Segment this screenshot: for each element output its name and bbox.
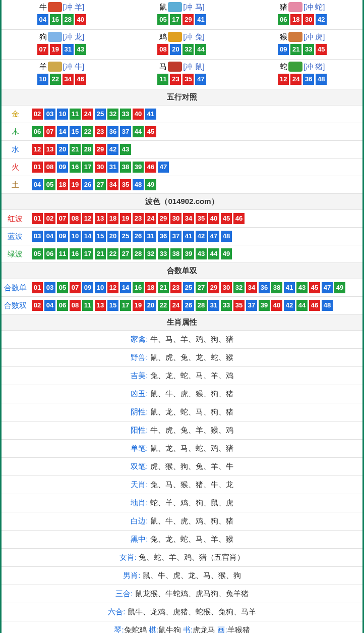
partial-row: 琴:兔蛇鸡 棋:鼠牛狗 书:虎龙马 画:羊猴猪 bbox=[2, 621, 362, 633]
number-ball: 46 bbox=[309, 300, 320, 311]
number-ball: 45 bbox=[316, 44, 327, 55]
attr-label: 双笔: bbox=[131, 462, 148, 470]
zodiac-cell: 羊 [冲 牛] 10223446 bbox=[2, 60, 122, 89]
number-ball: 29 bbox=[208, 282, 219, 293]
number-ball: 44 bbox=[195, 44, 206, 55]
number-ball: 08 bbox=[44, 162, 55, 173]
attr-label: 三合: bbox=[115, 589, 133, 598]
zodiac-conflict: [冲 牛] bbox=[63, 62, 85, 72]
zodiac-conflict: [冲 虎] bbox=[304, 32, 325, 42]
zodiac-conflict: [冲 龙] bbox=[63, 32, 85, 42]
number-ball: 42 bbox=[107, 144, 118, 155]
number-ball: 47 bbox=[208, 231, 219, 242]
zodiac-conflict: [冲 兔] bbox=[183, 32, 205, 42]
number-ball: 16 bbox=[133, 282, 144, 293]
kv-label: 金 bbox=[2, 110, 29, 119]
number-ball: 48 bbox=[133, 179, 144, 190]
number-ball: 25 bbox=[183, 282, 194, 293]
number-ball: 40 bbox=[208, 213, 219, 224]
number-ball: 31 bbox=[145, 231, 156, 242]
number-ball: 07 bbox=[37, 44, 48, 55]
number-ball: 27 bbox=[196, 282, 207, 293]
number-ball: 37 bbox=[170, 231, 181, 242]
zodiac-icon bbox=[288, 32, 302, 42]
number-ball: 33 bbox=[158, 248, 169, 259]
number-ball: 08 bbox=[157, 44, 168, 55]
number-ball: 23 bbox=[170, 74, 181, 85]
number-ball: 20 bbox=[57, 144, 68, 155]
number-ball: 27 bbox=[95, 179, 106, 190]
attr-label: 黑中: bbox=[131, 535, 148, 543]
number-ball: 49 bbox=[221, 248, 232, 259]
number-ball: 13 bbox=[95, 300, 106, 311]
number-ball: 40 bbox=[75, 14, 86, 25]
number-ball: 11 bbox=[70, 109, 81, 120]
zodiac-icon bbox=[168, 62, 182, 72]
kv-row: 红波 0102070812131819232429303435404546 bbox=[2, 210, 362, 228]
number-ball: 16 bbox=[50, 14, 61, 25]
number-ball: 06 bbox=[44, 248, 55, 259]
number-ball: 17 bbox=[170, 14, 181, 25]
number-ball: 30 bbox=[170, 213, 181, 224]
number-ball: 39 bbox=[183, 248, 194, 259]
number-ball: 07 bbox=[57, 213, 68, 224]
number-ball: 15 bbox=[95, 231, 106, 242]
number-ball: 13 bbox=[95, 213, 106, 224]
number-ball: 03 bbox=[32, 231, 43, 242]
zodiac-cell: 鸡 [冲 兔] 08203244 bbox=[122, 30, 242, 60]
number-ball: 41 bbox=[183, 231, 194, 242]
number-ball: 22 bbox=[50, 74, 61, 85]
number-ball: 35 bbox=[120, 179, 131, 190]
attr-row: 吉美: 兔、龙、蛇、马、羊、鸡 bbox=[2, 367, 362, 385]
number-ball: 18 bbox=[57, 179, 68, 190]
number-ball: 07 bbox=[70, 282, 81, 293]
attr-value: 鼠、虎、兔、龙、蛇、猴 bbox=[148, 353, 233, 361]
number-ball: 28 bbox=[196, 300, 207, 311]
section-header-wuxing: 五行对照 bbox=[2, 89, 362, 106]
attr-row: 阳性: 牛、虎、兔、羊、猴、鸡 bbox=[2, 421, 362, 440]
number-ball: 19 bbox=[50, 44, 61, 55]
attr-row: 三合: 鼠龙猴、牛蛇鸡、虎马狗、兔羊猪 bbox=[2, 585, 362, 603]
attr-value: 兔、马、猴、猪、牛、龙 bbox=[148, 480, 233, 489]
attr-value: 鼠、龙、蛇、马、狗、猪 bbox=[148, 407, 233, 416]
zodiac-name: 牛 bbox=[39, 3, 47, 12]
number-ball: 08 bbox=[70, 300, 81, 311]
number-ball: 30 bbox=[221, 282, 232, 293]
number-ball: 03 bbox=[44, 282, 55, 293]
number-ball: 11 bbox=[157, 74, 168, 85]
number-ball: 37 bbox=[246, 300, 257, 311]
number-ball: 38 bbox=[120, 162, 131, 173]
kv-label: 绿波 bbox=[2, 249, 29, 259]
kv-label: 合数双 bbox=[2, 301, 29, 310]
attr-row: 凶丑: 鼠、牛、虎、猴、狗、猪 bbox=[2, 385, 362, 403]
number-ball: 43 bbox=[196, 248, 207, 259]
number-ball: 28 bbox=[82, 144, 93, 155]
number-ball: 04 bbox=[32, 179, 43, 190]
zodiac-name: 猪 bbox=[280, 3, 287, 12]
zodiac-name: 羊 bbox=[39, 62, 47, 72]
zodiac-icon bbox=[168, 32, 182, 42]
number-ball: 42 bbox=[316, 14, 327, 25]
number-ball: 02 bbox=[44, 213, 55, 224]
number-ball: 39 bbox=[133, 162, 144, 173]
kv-label: 红波 bbox=[2, 214, 29, 224]
kv-row: 木 06071415222336374445 bbox=[2, 123, 362, 141]
zodiac-name: 狗 bbox=[39, 32, 47, 42]
number-ball: 40 bbox=[133, 109, 144, 120]
number-ball: 39 bbox=[259, 300, 270, 311]
attr-value: 兔、龙、蛇、马、羊、猴 bbox=[148, 535, 233, 543]
number-ball: 43 bbox=[75, 44, 86, 55]
attr-label: 地肖: bbox=[131, 498, 148, 507]
wuxing-table: 金 02031011242532334041 木 060714152223363… bbox=[2, 106, 362, 194]
kv-label: 水 bbox=[2, 145, 29, 154]
number-ball: 29 bbox=[158, 213, 169, 224]
number-ball: 30 bbox=[303, 14, 314, 25]
number-ball: 30 bbox=[95, 162, 106, 173]
number-ball: 34 bbox=[63, 74, 74, 85]
number-ball: 10 bbox=[95, 282, 106, 293]
number-ball: 31 bbox=[107, 162, 118, 173]
kv-row: 土 04051819262734354849 bbox=[2, 176, 362, 194]
kv-row: 合数单 010305070910121416182123252729303234… bbox=[2, 279, 362, 297]
number-ball: 22 bbox=[82, 126, 93, 137]
attr-row: 天肖: 兔、马、猴、猪、牛、龙 bbox=[2, 476, 362, 494]
